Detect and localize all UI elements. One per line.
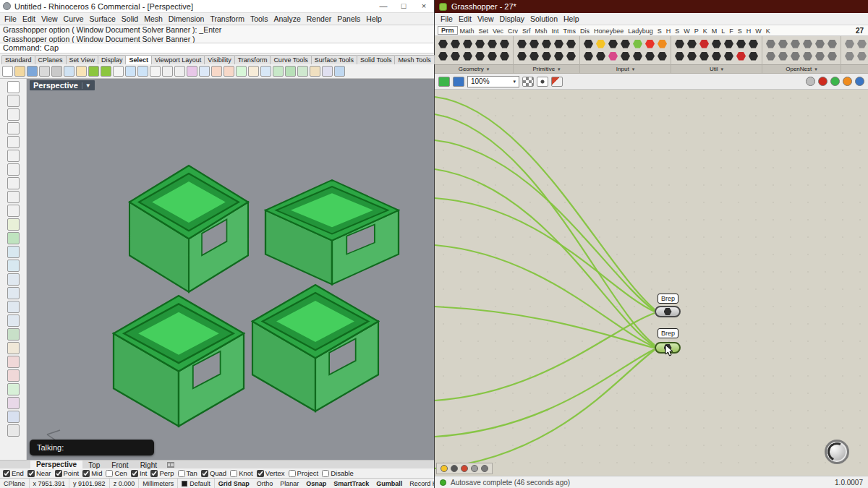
- component-icon-boolean[interactable]: [517, 40, 527, 48]
- group-dropdown-icon[interactable]: ▾: [721, 67, 724, 72]
- component-tab[interactable]: W: [753, 27, 764, 35]
- component-icon-brep[interactable]: [463, 40, 472, 48]
- component-tab[interactable]: Ladybug: [626, 27, 655, 35]
- menu-item[interactable]: Display: [497, 14, 527, 23]
- sidebar-tool-icon-boolean[interactable]: [7, 328, 20, 341]
- component-icon-fisherman[interactable]: [749, 40, 758, 48]
- toolbar-tab[interactable]: Transform: [234, 55, 271, 64]
- component-tab[interactable]: S: [736, 27, 744, 35]
- viewport-tab[interactable]: Perspective: [30, 461, 82, 469]
- component-icon-guid[interactable]: [566, 52, 576, 61]
- component-tab[interactable]: Msh: [533, 27, 550, 35]
- component-icon-gradient[interactable]: [596, 40, 605, 48]
- component-icon-box[interactable]: [451, 52, 460, 61]
- sidebar-tool-icon-plane[interactable]: [7, 218, 20, 231]
- menu-item[interactable]: Edit: [456, 14, 475, 23]
- component-icon-extra-2[interactable]: [845, 52, 854, 61]
- status-cell[interactable]: Millimeters: [139, 479, 178, 488]
- toolbar-icon-object-properties[interactable]: [322, 66, 333, 77]
- status-toggle[interactable]: Planar: [276, 480, 302, 487]
- component-tab[interactable]: W: [681, 27, 692, 35]
- navigation-ball-icon[interactable]: [825, 440, 849, 464]
- toolbar-icon-save[interactable]: [27, 66, 38, 77]
- toolbar-tab[interactable]: CPlanes: [35, 55, 67, 64]
- toolbar-icon-rotate-view[interactable]: [137, 66, 148, 77]
- menu-item[interactable]: Help: [561, 14, 582, 23]
- display-mode-icon-material-preview[interactable]: [830, 77, 840, 86]
- sidebar-tool-icon-split[interactable]: [7, 369, 20, 382]
- component-icon-group[interactable]: [712, 40, 721, 48]
- mini-toolbar-icon-lock[interactable]: [481, 465, 488, 472]
- component-icon-image-sampler[interactable]: [645, 40, 655, 48]
- sidebar-tool-icon-revolve[interactable]: [7, 301, 20, 313]
- component-tab[interactable]: Int: [550, 27, 561, 35]
- osnap-checkbox[interactable]: [150, 470, 158, 477]
- component-icon-colour[interactable]: [542, 40, 551, 48]
- component-tab[interactable]: K: [764, 27, 773, 35]
- sidebar-tool-icon-sphere[interactable]: [7, 246, 20, 258]
- sidebar-tool-icon-select[interactable]: [7, 81, 20, 93]
- toolbar-icon-cap-holes[interactable]: [297, 66, 308, 77]
- component-tab[interactable]: M: [710, 27, 720, 35]
- component-icon-button[interactable]: [608, 52, 618, 61]
- toolbar-tab[interactable]: Select: [125, 55, 152, 64]
- viewport-tab[interactable]: Front: [106, 461, 134, 469]
- toolbar-icon-undo[interactable]: [88, 66, 99, 77]
- component-icon-slider[interactable]: [584, 40, 593, 48]
- osnap-toggle[interactable]: Tan: [178, 469, 197, 477]
- component-icon-scribble[interactable]: [699, 52, 709, 61]
- toolbar-icon-help[interactable]: [334, 66, 345, 77]
- component-icon-extra-4[interactable]: [857, 52, 867, 61]
- minimize-button[interactable]: —: [373, 0, 393, 12]
- sidebar-tool-icon-selection-filter[interactable]: [7, 95, 20, 107]
- menu-item[interactable]: Curve: [61, 14, 87, 23]
- palette-group-label[interactable]: Input ▾: [580, 64, 671, 73]
- sketch-pen-icon[interactable]: [551, 77, 563, 87]
- component-tab[interactable]: H: [744, 27, 754, 35]
- mini-toolbar-icon-profiler[interactable]: [441, 465, 448, 472]
- toolbar-icon-rotate[interactable]: [162, 66, 173, 77]
- component-icon-sheet-alt[interactable]: [803, 52, 812, 61]
- sidebar-tool-icon-trim[interactable]: [7, 356, 20, 368]
- close-button[interactable]: ×: [414, 0, 434, 12]
- component-icon-label[interactable]: [778, 52, 788, 61]
- osnap-checkbox[interactable]: [322, 470, 329, 477]
- group-dropdown-icon[interactable]: ▾: [487, 67, 490, 72]
- toolbar-icon-split[interactable]: [224, 66, 234, 77]
- component-tab[interactable]: S: [673, 27, 681, 35]
- menu-item[interactable]: Tools: [247, 14, 271, 23]
- component-icon-circle[interactable]: [488, 40, 497, 48]
- component-icon-vector[interactable]: [438, 52, 448, 61]
- toolbar-icon-extrude[interactable]: [273, 66, 284, 77]
- component-icon-line[interactable]: [488, 52, 497, 61]
- group-dropdown-icon[interactable]: ▾: [814, 67, 817, 72]
- component-tab[interactable]: P: [692, 27, 701, 35]
- osnap-checkbox[interactable]: [230, 470, 237, 477]
- group-dropdown-icon[interactable]: ▾: [632, 67, 635, 72]
- preview-eye-icon[interactable]: [537, 77, 548, 87]
- status-cell[interactable]: z 0.000: [110, 479, 140, 488]
- toolbar-icon-copy[interactable]: [64, 66, 75, 77]
- toolbar-icon-new[interactable]: [2, 66, 13, 77]
- save-file-icon[interactable]: [453, 77, 464, 87]
- component-icon-label-alt[interactable]: [815, 52, 825, 61]
- component-icon-extra-1[interactable]: [845, 40, 854, 48]
- zoom-select[interactable]: 100% ▾: [467, 76, 519, 87]
- component-icon-trigger[interactable]: [724, 40, 733, 48]
- gh-canvas[interactable]: Brep Brep: [435, 90, 868, 476]
- zoom-dropdown-icon[interactable]: ▾: [513, 79, 516, 85]
- sidebar-tool-icon-point[interactable]: [7, 108, 20, 121]
- component-icon-nest-alt[interactable]: [803, 40, 812, 48]
- group-dropdown-icon[interactable]: ▾: [558, 67, 561, 72]
- palette-group-label[interactable]: OpenNest ▾: [762, 64, 841, 73]
- component-tab[interactable]: K: [701, 27, 710, 35]
- component-icon-import[interactable]: [658, 52, 667, 61]
- component-icon-surface[interactable]: [475, 52, 485, 61]
- viewport-menu-icon[interactable]: ▼: [82, 82, 91, 89]
- sidebar-tool-icon-loft[interactable]: [7, 287, 20, 299]
- osnap-checkbox[interactable]: [201, 470, 208, 477]
- sidebar-tool-icon-array[interactable]: [7, 411, 20, 423]
- sidebar-tool-icon-rectangle[interactable]: [7, 191, 20, 203]
- component-icon-toggle[interactable]: [608, 40, 618, 48]
- status-cell[interactable]: CPlane: [0, 479, 30, 488]
